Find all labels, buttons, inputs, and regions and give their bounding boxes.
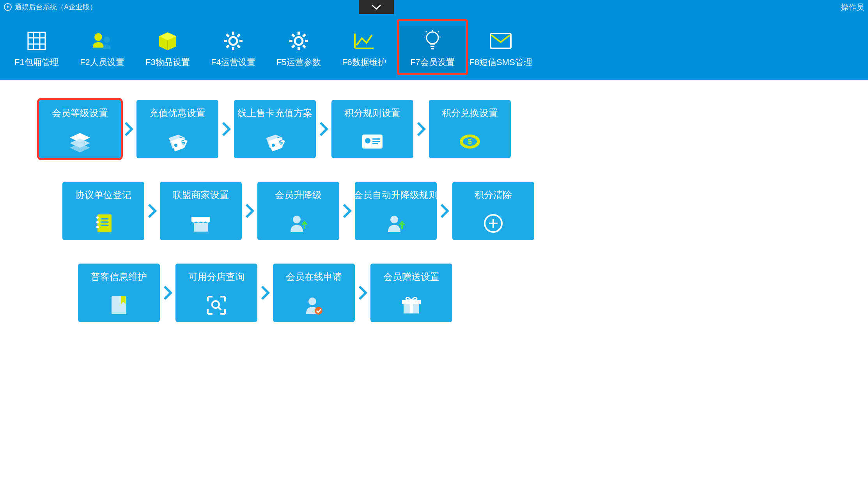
svg-point-68 [308,297,316,305]
chevron-right-icon [144,202,160,220]
nav-item-2[interactable]: F3物品设置 [135,26,200,73]
svg-point-5 [94,33,102,41]
grid-icon [27,30,47,52]
nav-label: F8短信SMS管理 [469,57,532,68]
tile-0-3[interactable]: 积分规则设置 [331,100,413,158]
svg-point-69 [315,307,322,315]
tile-label: 会员赠送设置 [383,271,439,283]
svg-rect-59 [194,223,208,232]
nav-label: F3物品设置 [145,57,190,68]
svg-line-24 [303,34,305,37]
plusCircle-icon [483,207,504,240]
svg-line-15 [237,34,240,37]
people-icon [91,30,113,52]
nav-label: F6数据维护 [342,57,386,68]
userUp-icon [385,207,407,240]
nav-item-7[interactable]: F8短信SMS管理 [468,26,533,73]
nav-label: F4运营设置 [211,57,255,68]
svg-rect-52 [97,214,112,232]
tile-label: 充值优惠设置 [149,107,205,119]
tile-2-0[interactable]: 普客信息维护 [78,264,160,322]
svg-point-6 [104,37,110,43]
chevron-right-icon [339,202,355,220]
tag-icon: $$ [165,125,190,158]
tile-label: 联盟商家设置 [173,189,229,201]
nav-label: F7会员设置 [410,57,455,68]
tile-0-2[interactable]: 线上售卡充值方案$$ [234,100,316,158]
svg-point-61 [390,216,398,223]
gift-icon [400,289,422,322]
svg-rect-53 [101,218,108,220]
nav-item-6[interactable]: F7会员设置 [400,26,465,73]
tile-label: 会员等级设置 [52,107,108,119]
tile-1-3[interactable]: 会员自动升降级规则 [355,182,437,240]
svg-rect-0 [28,32,45,50]
app-title: 通娱后台系统（A企业版） [15,2,97,12]
tile-label: 积分兑换设置 [442,107,498,119]
bookmark-icon [109,289,129,322]
svg-rect-35 [491,34,511,48]
tile-label: 会员升降级 [275,189,322,201]
nav-highlight-box: F7会员设置 [397,19,468,75]
box-icon [158,30,178,52]
tile-row-1: 协议单位登记联盟商家设置会员升降级会员自动升降级规则积分清除 [39,182,829,240]
nav-item-5[interactable]: F6数据维护 [331,26,397,73]
tile-label: 普客信息维护 [91,271,147,283]
tile-label: 线上售卡充值方案 [237,107,312,119]
svg-line-25 [292,45,294,48]
svg-line-67 [218,307,221,310]
svg-line-33 [426,31,427,32]
nav-item-3[interactable]: F4运营设置 [200,26,266,73]
bulb-icon [424,30,441,52]
tile-0-4[interactable]: 积分兑换设置$ [429,100,511,158]
tile-row-0: 会员等级设置充值优惠设置$$线上售卡充值方案$$积分规则设置积分兑换设置$ [39,100,829,158]
svg-line-13 [227,34,229,37]
tile-1-2[interactable]: 会员升降级 [257,182,339,240]
chevron-right-icon [242,202,257,220]
svg-rect-46 [372,138,380,140]
svg-point-57 [96,221,99,223]
svg-rect-72 [410,300,413,313]
chevron-right-icon [437,202,452,220]
svg-point-60 [293,216,301,223]
tile-2-2[interactable]: 会员在线申请 [273,264,355,322]
nav-item-4[interactable]: F5运营参数 [266,26,331,73]
shop-icon [189,207,213,240]
main-navbar: F1包厢管理F2人员设置F3物品设置F4运营设置F5运营参数F6数据维护F7会员… [0,14,868,80]
gear2-icon [289,30,309,52]
tile-1-1[interactable]: 联盟商家设置 [160,182,242,240]
tile-2-1[interactable]: 可用分店查询 [175,264,257,322]
tile-0-0[interactable]: 会员等级设置 [39,100,121,158]
svg-line-22 [292,34,294,37]
nav-label: F5运营参数 [276,57,321,68]
tile-row-2: 普客信息维护可用分店查询会员在线申请会员赠送设置 [39,264,829,322]
nav-label: F2人员设置 [80,57,124,68]
tile-label: 积分清除 [475,189,512,201]
svg-text:$: $ [468,138,472,145]
svg-line-16 [227,45,229,48]
tile-1-0[interactable]: 协议单位登记 [62,182,144,240]
card-icon [360,125,385,158]
tile-label: 会员自动升降级规则 [354,189,438,201]
chevron-right-icon [316,120,331,138]
tile-1-4[interactable]: 积分清除 [452,182,534,240]
chevron-right-icon [160,284,175,301]
tile-0-1[interactable]: 充值优惠设置$$ [136,100,218,158]
chevron-right-icon [218,120,234,138]
tile-2-3[interactable]: 会员赠送设置 [370,264,452,322]
chevron-down-icon [371,4,381,10]
nav-item-1[interactable]: F2人员设置 [69,26,135,73]
svg-rect-54 [101,221,108,223]
svg-line-14 [237,45,240,48]
tile-label: 可用分店查询 [188,271,244,283]
gear-icon [223,30,243,52]
svg-rect-48 [372,143,378,144]
nav-item-0[interactable]: F1包厢管理 [4,26,69,73]
scan-icon [205,289,227,322]
svg-rect-55 [101,225,108,226]
top-dropdown-toggle[interactable] [359,0,394,14]
mail-icon [490,30,512,52]
operator-label[interactable]: 操作员 [841,2,864,12]
userCheck-icon [303,289,325,322]
svg-point-58 [96,226,99,228]
